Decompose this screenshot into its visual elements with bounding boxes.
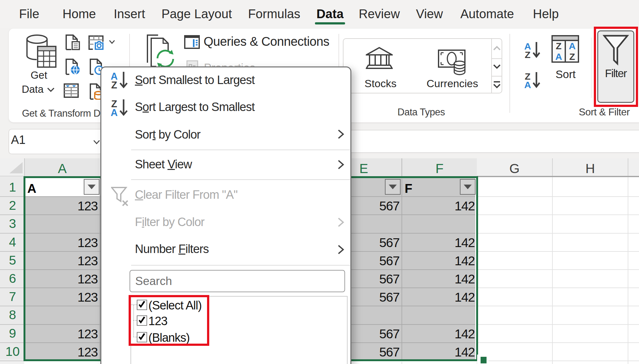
svg-text:Z: Z bbox=[569, 51, 575, 62]
svg-text:A: A bbox=[524, 80, 531, 89]
svg-text:Z: Z bbox=[556, 41, 562, 51]
svg-text:A: A bbox=[555, 51, 562, 62]
svg-text:Z: Z bbox=[525, 50, 530, 59]
svg-text:A: A bbox=[569, 41, 576, 51]
svg-text:Z: Z bbox=[111, 80, 117, 89]
svg-text:A: A bbox=[111, 107, 118, 117]
